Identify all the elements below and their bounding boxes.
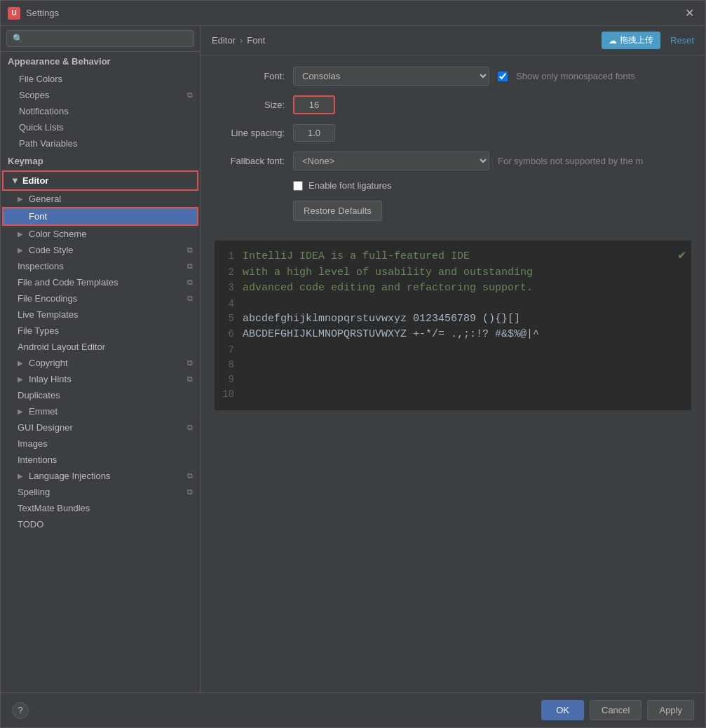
sidebar-label: GUI Designer <box>18 422 73 433</box>
sidebar-item-inlay-hints[interactable]: ▶ Inlay Hints ⧉ <box>1 371 200 387</box>
sidebar-item-quick-lists[interactable]: Quick Lists <box>1 119 200 135</box>
line-number: 10 <box>215 387 243 402</box>
sidebar-item-code-style[interactable]: ▶ Code Style ⧉ <box>1 242 200 258</box>
sidebar-item-intentions[interactable]: Intentions <box>1 452 200 468</box>
sidebar-item-gui-designer[interactable]: GUI Designer ⧉ <box>1 419 200 436</box>
monospaced-checkbox[interactable] <box>498 72 508 81</box>
line-number: 4 <box>215 297 243 311</box>
cloud-icon: ☁ <box>609 36 617 46</box>
ok-button[interactable]: OK <box>541 700 584 720</box>
line-number: 5 <box>215 311 243 326</box>
sidebar-label: Scopes <box>19 90 49 100</box>
sidebar-item-live-templates[interactable]: Live Templates <box>1 306 200 323</box>
size-input[interactable]: 16 <box>293 95 335 114</box>
font-dropdown[interactable]: Consolas <box>293 67 489 86</box>
apply-button[interactable]: Apply <box>647 700 694 720</box>
preview-line-5: 5 abcdefghijklmnopqrstuvwxyz 0123456789 … <box>215 311 686 328</box>
sidebar-item-spelling[interactable]: Spelling ⧉ <box>1 484 200 500</box>
sidebar-item-language-injections[interactable]: ▶ Language Injections ⧉ <box>1 468 200 484</box>
preview-line-10: 10 <box>215 387 686 402</box>
app-icon: U <box>8 7 20 20</box>
sidebar-item-path-variables[interactable]: Path Variables <box>1 135 200 151</box>
checkmark-icon: ✔ <box>678 246 686 265</box>
search-input[interactable] <box>6 30 194 47</box>
sidebar-item-inspections[interactable]: Inspections ⧉ <box>1 258 200 274</box>
breadcrumb-parent[interactable]: Editor <box>212 35 236 46</box>
sidebar-item-duplicates[interactable]: Duplicates <box>1 387 200 403</box>
preview-line-9: 9 <box>215 372 686 387</box>
sidebar-item-color-scheme[interactable]: ▶ Color Scheme <box>1 226 200 242</box>
sidebar-item-android-layout-editor[interactable]: Android Layout Editor <box>1 339 200 355</box>
editor-group-label: Editor <box>22 175 49 186</box>
line-spacing-input[interactable]: 1.0 <box>293 124 335 142</box>
copy-icon: ⧉ <box>187 358 193 368</box>
line-number: 8 <box>215 358 243 372</box>
line-number: 9 <box>215 372 243 387</box>
close-button[interactable]: ✕ <box>681 5 698 21</box>
help-button[interactable]: ? <box>12 702 29 719</box>
sidebar-label: TODO <box>18 519 43 530</box>
sidebar-editor-group[interactable]: ▼ Editor <box>4 172 197 189</box>
sidebar-label: File Colors <box>19 74 62 84</box>
sidebar-item-file-encodings[interactable]: File Encodings ⧉ <box>1 290 200 306</box>
footer-left: ? <box>12 702 29 719</box>
copy-icon: ⧉ <box>187 90 193 100</box>
sidebar-item-general[interactable]: ▶ General <box>1 191 200 207</box>
line-number: 2 <box>215 265 243 280</box>
upload-button[interactable]: ☁ 拖拽上传 <box>602 32 660 49</box>
sidebar-label: Font <box>29 211 47 222</box>
copy-icon: ⧉ <box>187 262 193 271</box>
breadcrumb-bar: Editor › Font ☁ 拖拽上传 Reset <box>201 26 705 55</box>
sidebar-item-emmet[interactable]: ▶ Emmet <box>1 403 200 419</box>
line-number: 1 <box>215 249 243 264</box>
sidebar-label: Color Scheme <box>29 229 86 239</box>
sidebar-label: Images <box>18 438 48 449</box>
search-box <box>1 26 200 52</box>
arrow-icon: ▶ <box>18 195 26 203</box>
sidebar-item-images[interactable]: Images <box>1 436 200 452</box>
arrow-icon: ▶ <box>18 375 26 383</box>
sidebar-label: Spelling <box>18 487 50 497</box>
line-content: advanced code editing and refactoring su… <box>243 281 533 297</box>
upload-label: 拖拽上传 <box>620 34 653 46</box>
sidebar-item-file-code-templates[interactable]: File and Code Templates ⧉ <box>1 274 200 290</box>
dialog-body: Appearance & Behavior File Colors Scopes… <box>1 26 705 692</box>
sidebar-label: General <box>29 194 61 204</box>
sidebar-item-file-colors[interactable]: File Colors <box>1 71 200 87</box>
preview-line-4: 4 <box>215 297 686 311</box>
cancel-button[interactable]: Cancel <box>590 700 641 720</box>
sidebar-label: Android Layout Editor <box>18 342 105 352</box>
sidebar-item-todo[interactable]: TODO <box>1 516 200 532</box>
sidebar-label: Inlay Hints <box>29 374 72 384</box>
sidebar-item-notifications[interactable]: Notifications <box>1 103 200 119</box>
arrow-icon: ▶ <box>18 359 26 367</box>
sidebar-item-scopes[interactable]: Scopes ⧉ <box>1 87 200 103</box>
reset-link[interactable]: Reset <box>670 35 694 46</box>
dialog-footer: ? OK Cancel Apply <box>1 692 705 727</box>
ligatures-checkbox[interactable] <box>293 181 303 191</box>
sidebar-label: File and Code Templates <box>18 277 118 288</box>
copy-icon: ⧉ <box>187 471 193 480</box>
restore-defaults-button[interactable]: Restore Defaults <box>293 201 382 221</box>
line-content: ABCDEFGHIJKLMNOPQRSTUVWXYZ +-*/= .,;:!? … <box>243 327 539 343</box>
sidebar-keymap[interactable]: Keymap <box>1 151 200 170</box>
main-content: Editor › Font ☁ 拖拽上传 Reset Font: Consola… <box>201 26 705 692</box>
size-label: Size: <box>215 100 285 110</box>
line-spacing-label: Line spacing: <box>215 128 285 138</box>
sidebar: Appearance & Behavior File Colors Scopes… <box>1 26 201 692</box>
line-spacing-row: Line spacing: 1.0 <box>215 124 691 142</box>
sidebar-item-file-types[interactable]: File Types <box>1 323 200 339</box>
breadcrumb-separator: › <box>240 35 243 46</box>
sidebar-item-textmate-bundles[interactable]: TextMate Bundles <box>1 500 200 516</box>
sidebar-label: TextMate Bundles <box>18 503 90 513</box>
fallback-font-dropdown[interactable]: <None> <box>293 151 489 170</box>
footer-right: OK Cancel Apply <box>541 700 694 720</box>
arrow-icon: ▶ <box>18 472 26 480</box>
line-content: abcdefghijklmnopqrstuvwxyz 0123456789 ()… <box>243 311 520 328</box>
sidebar-label: Live Templates <box>18 309 78 320</box>
sidebar-item-copyright[interactable]: ▶ Copyright ⧉ <box>1 355 200 371</box>
sidebar-item-font[interactable]: Font <box>4 208 197 224</box>
fallback-font-label: Fallback font: <box>215 156 285 166</box>
title-bar: U Settings ✕ <box>1 1 705 26</box>
fallback-hint: For symbols not supported by the m <box>498 156 643 166</box>
